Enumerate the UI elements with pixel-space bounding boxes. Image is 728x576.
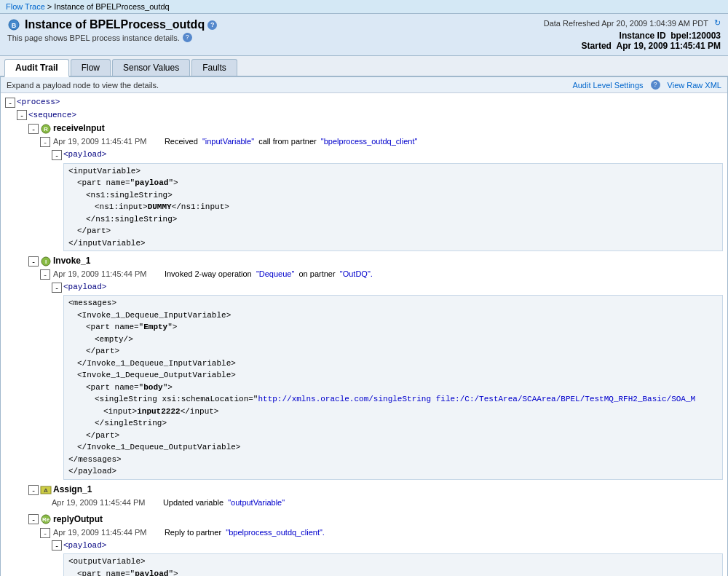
receive-payload-box: <inputVariable> <part name="payload"> <n… bbox=[63, 163, 723, 252]
content-area: Expand a payload node to view the detail… bbox=[0, 77, 728, 576]
title-help-icon[interactable]: ? bbox=[207, 20, 217, 30]
data-refreshed: Data Refreshed Apr 20, 2009 1:04:39 AM P… bbox=[544, 18, 721, 28]
payload-line: <part name="payload"> bbox=[77, 177, 718, 189]
invoke-payload-box: <messages> <Invoke_1_Dequeue_InputVariab… bbox=[63, 295, 723, 480]
breadcrumb-bar: Flow Trace > Instance of BPELProcess_out… bbox=[0, 0, 728, 14]
reply-payload-tag: <payload> bbox=[63, 540, 106, 553]
payload-line: </inputVariable> bbox=[68, 237, 718, 250]
breadcrumb-flow-trace[interactable]: Flow Trace bbox=[6, 2, 45, 11]
subtitle-help-icon[interactable]: ? bbox=[183, 33, 192, 42]
breadcrumb-separator: > bbox=[47, 2, 54, 11]
payload-line: <part name="body"> bbox=[86, 382, 718, 394]
assign-1-expander[interactable]: - bbox=[28, 485, 39, 495]
reply-output-expander[interactable]: - bbox=[28, 514, 39, 524]
invoke-desc: Invoked 2-way operation bbox=[165, 269, 252, 278]
receive-mid: call from partner bbox=[258, 137, 316, 146]
payload-line: <ns1:singleString> bbox=[86, 189, 718, 202]
payload-line: <singleString xsi:schemaLocation="http:/… bbox=[95, 393, 718, 406]
audit-help-icon[interactable]: ? bbox=[651, 80, 660, 90]
payload-line: <inputVariable> bbox=[68, 165, 718, 178]
receive-timestamp: Apr 19, 2009 11:45:41 PM bbox=[53, 137, 146, 146]
receive-payload-expander[interactable]: - bbox=[52, 150, 62, 160]
payload-line: <part name="payload"> bbox=[77, 568, 718, 576]
header-right: Data Refreshed Apr 20, 2009 1:04:39 AM P… bbox=[544, 18, 721, 51]
instance-id-value: bpel:120003 bbox=[670, 31, 721, 41]
svg-text:I: I bbox=[45, 259, 47, 265]
invoke-quoted1: "Dequeue" bbox=[256, 269, 294, 278]
svg-text:R: R bbox=[44, 126, 48, 133]
subtitle: This page shows BPEL process instance de… bbox=[7, 33, 217, 42]
reply-icon: Re bbox=[40, 514, 52, 524]
tab-audit-trail[interactable]: Audit Trail bbox=[4, 59, 69, 77]
payload-line: <outputVariable> bbox=[68, 556, 718, 568]
receive-input-label: receiveInput bbox=[53, 122, 105, 135]
sequence-expander[interactable]: - bbox=[17, 110, 27, 120]
assign-timestamp: Apr 19, 2009 11:45:44 PM bbox=[52, 498, 145, 507]
audit-level-settings-link[interactable]: Audit Level Settings bbox=[572, 81, 643, 90]
assign-quoted1: "outputVariable" bbox=[228, 498, 285, 507]
receive-quoted2: "bpelprocess_outdq_client" bbox=[321, 137, 418, 146]
payload-line: </ns1:singleString> bbox=[86, 213, 718, 226]
reply-payload-box: <outputVariable> <part name="payload"> <… bbox=[63, 553, 723, 576]
assign-icon: A bbox=[40, 485, 52, 495]
receive-payload-tag: <payload> bbox=[63, 149, 106, 162]
payload-line: </messages> bbox=[68, 454, 718, 466]
invoke-payload-expander[interactable]: - bbox=[52, 283, 62, 293]
process-node: - <process> - <sequence> - R receiveInpu… bbox=[5, 96, 723, 576]
process-expander[interactable]: - bbox=[5, 98, 15, 108]
invoke-icon: I bbox=[40, 256, 52, 267]
view-raw-xml-link[interactable]: View Raw XML bbox=[668, 81, 721, 90]
payload-line: </part> bbox=[86, 430, 718, 442]
payload-line: <Invoke_1_Dequeue_InputVariable> bbox=[77, 309, 718, 322]
payload-line: <input>input2222</input> bbox=[103, 406, 718, 418]
expand-hint: Expand a payload node to view the detail… bbox=[7, 81, 159, 90]
receive-quoted1: "inputVariable" bbox=[202, 137, 254, 146]
refresh-icon[interactable]: ↻ bbox=[711, 18, 721, 28]
payload-line: <part name="Empty"> bbox=[86, 321, 718, 334]
payload-line: <messages> bbox=[68, 297, 718, 309]
invoke-timestamp: Apr 19, 2009 11:45:44 PM bbox=[53, 269, 146, 278]
payload-line: </payload> bbox=[68, 465, 718, 478]
payload-line: <Invoke_1_Dequeue_OutputVariable> bbox=[77, 369, 718, 382]
reply-event-expander[interactable]: - bbox=[40, 528, 50, 538]
invoke-quoted2: "OutDQ". bbox=[340, 269, 373, 278]
tab-faults[interactable]: Faults bbox=[191, 59, 237, 76]
header-section: B Instance of BPELProcess_outdq ? This p… bbox=[0, 14, 728, 56]
invoke-mid: on partner bbox=[298, 269, 335, 278]
invoke-event-expander[interactable]: - bbox=[40, 269, 50, 280]
invoke-event-row: - Apr 19, 2009 11:45:44 PM Invoked 2-way… bbox=[40, 268, 723, 281]
reply-quoted1: "bpelprocess_outdq_client". bbox=[226, 528, 325, 537]
receive-desc: Received bbox=[165, 137, 198, 146]
toolbar-row: Expand a payload node to view the detail… bbox=[1, 77, 727, 93]
assign-event-row: Apr 19, 2009 11:45:44 PM Updated variabl… bbox=[40, 497, 723, 510]
tab-sensor-values[interactable]: Sensor Values bbox=[112, 59, 190, 76]
invoke-1-expander[interactable]: - bbox=[28, 256, 39, 267]
breadcrumb: Flow Trace > Instance of BPELProcess_out… bbox=[6, 2, 170, 11]
payload-line: </singleString> bbox=[95, 417, 718, 430]
svg-text:Re: Re bbox=[42, 516, 50, 523]
reply-output-row: - Re replyOutput bbox=[28, 513, 723, 526]
invoke-payload-tag-row: - <payload> bbox=[52, 281, 723, 294]
payload-line: </part> bbox=[77, 225, 718, 237]
toolbar-actions: Audit Level Settings ? View Raw XML bbox=[572, 80, 721, 90]
reply-desc: Reply to partner bbox=[165, 528, 221, 537]
tab-flow[interactable]: Flow bbox=[71, 59, 111, 76]
breadcrumb-instance: Instance of BPELProcess_outdq bbox=[54, 2, 169, 11]
started-row: Started Apr 19, 2009 11:45:41 PM bbox=[544, 41, 721, 51]
instance-id-row: Instance ID bpel:120003 bbox=[544, 31, 721, 41]
receive-payload-tag-row: - <payload> bbox=[52, 149, 723, 162]
payload-line: <empty/> bbox=[95, 334, 718, 346]
receive-input-expander[interactable]: - bbox=[28, 124, 39, 134]
reply-payload-expander[interactable]: - bbox=[52, 540, 62, 551]
header-left: B Instance of BPELProcess_outdq ? This p… bbox=[7, 18, 217, 42]
receive-event-expander[interactable]: - bbox=[40, 137, 50, 147]
reply-output-label: replyOutput bbox=[53, 513, 103, 526]
payload-line: </Invoke_1_Dequeue_InputVariable> bbox=[77, 358, 718, 370]
assign-1-label: Assign_1 bbox=[53, 483, 92, 497]
receive-event-row: - Apr 19, 2009 11:45:41 PM Received "inp… bbox=[40, 135, 723, 149]
svg-text:B: B bbox=[12, 22, 17, 29]
sequence-tag: <sequence> bbox=[28, 109, 76, 122]
reply-payload-tag-row: - <payload> bbox=[52, 540, 723, 553]
receive-icon: R bbox=[40, 124, 52, 134]
invoke-1-row: - I Invoke_1 bbox=[28, 254, 723, 268]
